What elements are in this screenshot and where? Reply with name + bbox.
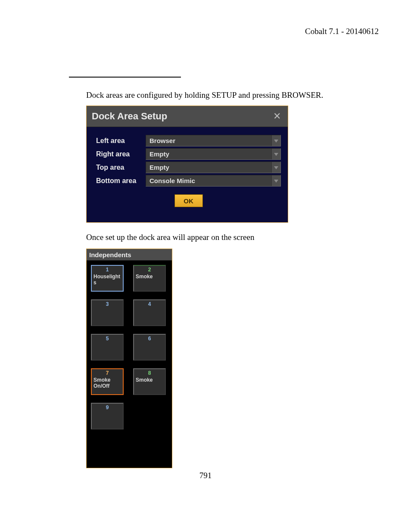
doc-header: Cobalt 7.1 - 20140612 (305, 27, 379, 36)
dock-body: Left area Browser Right area Empty (87, 127, 288, 212)
tile-number: 2 (134, 267, 165, 273)
independent-tile-5[interactable]: 5 (91, 334, 124, 361)
dock-label-left: Left area (96, 137, 146, 145)
dock-row-right: Right area Empty (96, 148, 281, 160)
right-area-value: Empty (149, 150, 169, 158)
top-area-value: Empty (149, 164, 169, 171)
tile-number: 4 (134, 301, 165, 307)
horizontal-rule (69, 77, 181, 78)
dock-area-setup-panel: Dock Area Setup ✕ Left area Browser Righ… (86, 106, 288, 223)
independents-title: Independents (87, 249, 172, 261)
svg-marker-3 (274, 180, 278, 183)
independent-tile-6[interactable]: 6 (133, 334, 166, 361)
paragraph-2: Once set up the dock area will appear on… (86, 233, 254, 242)
dock-label-right: Right area (96, 150, 146, 158)
tile-number: 8 (134, 370, 165, 376)
svg-marker-0 (274, 140, 278, 143)
dock-label-top: Top area (96, 164, 146, 171)
dock-title: Dock Area Setup (92, 111, 167, 122)
right-area-select[interactable]: Empty (146, 148, 281, 160)
dock-titlebar: Dock Area Setup ✕ (87, 106, 288, 127)
independent-tile-1[interactable]: 1Houselights (91, 265, 124, 292)
left-area-select[interactable]: Browser (146, 135, 281, 146)
tile-number: 3 (92, 301, 123, 307)
independent-tile-8[interactable]: 8Smoke (133, 368, 166, 395)
independent-tile-9[interactable]: 9 (91, 403, 124, 429)
independent-tile-3[interactable]: 3 (91, 299, 124, 326)
tile-label: Houselights (93, 274, 121, 286)
tile-number: 6 (134, 336, 165, 342)
independent-tile-4[interactable]: 4 (133, 299, 166, 326)
dock-row-top: Top area Empty (96, 162, 281, 173)
dropdown-arrow-icon (271, 162, 280, 173)
tile-label: Smoke On/Off (93, 377, 121, 389)
tile-number: 9 (92, 404, 123, 411)
ok-button[interactable]: OK (174, 194, 203, 207)
svg-marker-1 (274, 153, 278, 156)
dropdown-arrow-icon (271, 175, 280, 186)
svg-marker-2 (274, 166, 278, 169)
tile-number: 7 (92, 370, 123, 376)
left-area-value: Browser (149, 137, 175, 144)
independents-grid: 1Houselights2Smoke34567Smoke On/Off8Smok… (87, 261, 172, 434)
tile-label: Smoke (136, 377, 163, 383)
bottom-area-value: Console Mimic (149, 177, 195, 184)
tile-number: 5 (92, 336, 123, 342)
page-number: 791 (0, 471, 411, 480)
close-icon[interactable]: ✕ (271, 110, 283, 123)
independent-tile-2[interactable]: 2Smoke (133, 265, 166, 292)
independents-panel: Independents 1Houselights2Smoke34567Smok… (86, 249, 172, 468)
paragraph-1: Dock areas are configured by holding SET… (86, 90, 323, 100)
bottom-area-select[interactable]: Console Mimic (146, 175, 281, 187)
tile-label: Smoke (136, 274, 163, 280)
dock-row-left: Left area Browser (96, 135, 281, 146)
dock-row-bottom: Bottom area Console Mimic (96, 175, 281, 187)
tile-number: 1 (92, 267, 123, 273)
dock-label-bottom: Bottom area (96, 177, 146, 185)
dropdown-arrow-icon (271, 135, 280, 146)
independent-tile-7[interactable]: 7Smoke On/Off (91, 368, 124, 395)
top-area-select[interactable]: Empty (146, 162, 281, 173)
dropdown-arrow-icon (271, 149, 280, 159)
